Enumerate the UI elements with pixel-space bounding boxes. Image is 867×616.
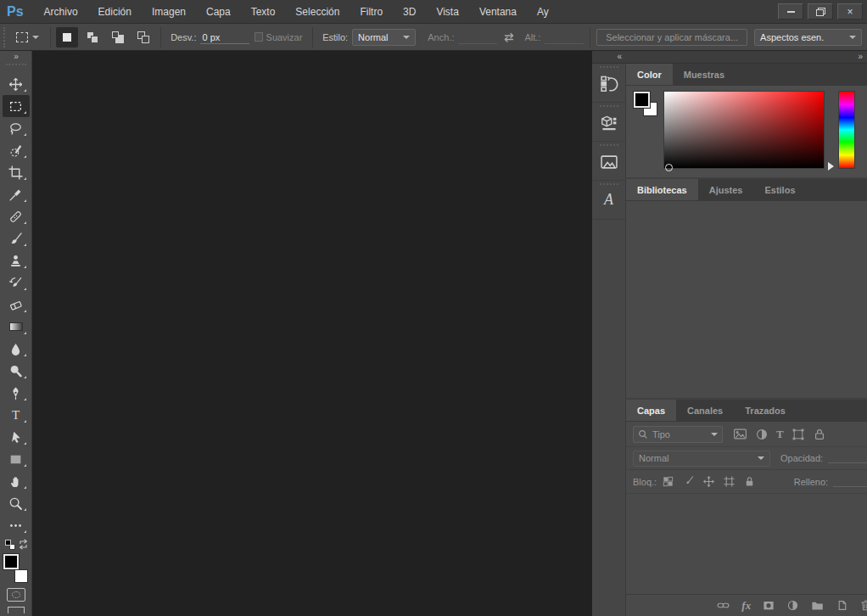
delete-layer-button[interactable] — [859, 599, 867, 612]
lock-artboard-icon[interactable] — [723, 475, 736, 488]
subtract-from-selection-button[interactable] — [107, 27, 129, 48]
eyedropper-tool[interactable] — [3, 183, 30, 205]
history-brush-tool[interactable] — [3, 272, 30, 294]
layer-filter-type-select[interactable]: Tipo — [633, 426, 723, 443]
tab-muestras[interactable]: Muestras — [673, 64, 736, 85]
history-panel-button[interactable] — [592, 64, 625, 103]
swap-width-height-icon[interactable] — [502, 31, 516, 43]
new-adjustment-layer-button[interactable] — [786, 599, 799, 612]
select-and-mask-button[interactable]: Seleccionar y aplicar máscara... — [596, 29, 747, 46]
tab-ajustes[interactable]: Ajustes — [698, 179, 754, 200]
gradient-tool[interactable] — [3, 316, 30, 338]
tools-grip[interactable] — [6, 64, 26, 65]
antialias-checkbox[interactable] — [255, 32, 262, 42]
menu-filtro[interactable]: Filtro — [350, 0, 393, 24]
background-color-swatch[interactable] — [14, 569, 28, 583]
rectangular-marquee-tool[interactable] — [3, 95, 30, 117]
layers-list[interactable] — [626, 494, 867, 594]
color-picker-cursor[interactable] — [665, 164, 673, 171]
workspace-select[interactable]: Aspectos esen. — [754, 29, 862, 46]
clone-stamp-tool[interactable] — [3, 249, 30, 272]
filter-shape-layers-icon[interactable] — [791, 428, 805, 441]
pen-tool[interactable] — [3, 382, 30, 404]
path-selection-tool[interactable] — [3, 426, 30, 448]
close-button[interactable]: × — [837, 3, 863, 20]
menu-imagen[interactable]: Imagen — [142, 0, 196, 24]
new-group-button[interactable] — [810, 599, 825, 612]
foreground-color-swatch[interactable] — [3, 554, 19, 569]
lock-all-icon[interactable] — [743, 475, 756, 488]
tool-preset-dropdown[interactable] — [11, 30, 44, 45]
menu-3d[interactable]: 3D — [393, 0, 426, 24]
quick-mask-icon — [12, 591, 20, 598]
feather-input[interactable] — [200, 31, 249, 44]
menu-ventana[interactable]: Ventana — [469, 0, 527, 24]
width-input[interactable] — [458, 31, 497, 44]
fill-dropdown[interactable] — [833, 477, 867, 487]
tab-canales[interactable]: Canales — [676, 400, 734, 421]
layer-style-button[interactable]: fx — [741, 600, 751, 611]
photos-panel-button[interactable] — [592, 142, 625, 181]
hand-tool[interactable] — [3, 470, 30, 492]
quick-mask-button[interactable] — [7, 588, 25, 602]
eraser-tool[interactable] — [3, 294, 30, 316]
tab-color[interactable]: Color — [626, 64, 673, 85]
tab-estilos[interactable]: Estilos — [753, 179, 806, 200]
style-select[interactable]: Normal — [352, 29, 416, 46]
brush-tool[interactable] — [3, 227, 30, 249]
menu-archivo[interactable]: Archivo — [34, 0, 88, 24]
collapse-icon-strip-button[interactable]: « — [592, 51, 626, 63]
menu-texto[interactable]: Texto — [241, 0, 286, 24]
rectangle-tool[interactable] — [3, 448, 30, 470]
lock-position-icon[interactable] — [702, 475, 715, 488]
lasso-tool[interactable] — [3, 117, 30, 139]
intersect-selection-button[interactable] — [132, 27, 154, 48]
3d-panel-button[interactable] — [592, 103, 625, 142]
hue-strip[interactable] — [838, 91, 855, 169]
menu-ayuda[interactable]: Ay — [527, 0, 551, 24]
zoom-tool[interactable] — [3, 492, 30, 514]
filter-pixel-layers-icon[interactable] — [733, 427, 747, 441]
menu-edicion[interactable]: Edición — [88, 0, 142, 24]
options-bar-grip[interactable] — [3, 27, 7, 48]
menu-vista[interactable]: Vista — [426, 0, 468, 24]
blur-tool[interactable] — [3, 338, 30, 360]
canvas-area[interactable] — [32, 51, 592, 616]
height-input[interactable] — [545, 31, 584, 44]
foreground-color-swatch[interactable] — [634, 92, 650, 108]
lock-transparent-pixels-icon[interactable] — [662, 475, 674, 488]
expand-tools-button[interactable]: » — [0, 51, 31, 62]
new-layer-button[interactable] — [836, 599, 848, 612]
swap-colors-icon[interactable] — [18, 539, 29, 550]
new-selection-button[interactable] — [56, 27, 78, 48]
add-to-selection-button[interactable] — [81, 27, 103, 48]
filter-smart-objects-icon[interactable] — [813, 428, 826, 441]
quick-selection-tool[interactable] — [3, 139, 30, 161]
screen-mode-button[interactable] — [8, 607, 25, 613]
default-colors-icon[interactable] — [5, 540, 15, 550]
add-layer-mask-button[interactable] — [762, 599, 775, 612]
crop-tool[interactable] — [3, 161, 30, 183]
menu-seleccion[interactable]: Selección — [285, 0, 350, 24]
tab-bibliotecas[interactable]: Bibliotecas — [626, 179, 698, 200]
spot-healing-brush-tool[interactable] — [3, 205, 30, 227]
minimize-button[interactable] — [778, 3, 803, 20]
tab-capas[interactable]: Capas — [626, 400, 676, 421]
opacity-dropdown[interactable] — [828, 453, 867, 463]
filter-type-layers-icon[interactable]: T — [776, 428, 784, 440]
blend-mode-select[interactable]: Normal — [633, 451, 770, 467]
filter-adjustment-layers-icon[interactable] — [755, 428, 769, 441]
hue-slider-pointer[interactable] — [828, 162, 834, 171]
restore-button[interactable] — [808, 3, 833, 20]
link-layers-button[interactable] — [716, 599, 730, 612]
type-tool[interactable]: T — [3, 404, 30, 426]
glyphs-panel-button[interactable]: A — [592, 181, 625, 220]
tab-trazados[interactable]: Trazados — [734, 400, 797, 421]
dodge-tool[interactable] — [3, 360, 30, 382]
menu-capa[interactable]: Capa — [196, 0, 241, 24]
collapse-panels-button[interactable]: » — [626, 51, 867, 63]
edit-toolbar-button[interactable] — [3, 514, 30, 536]
move-tool[interactable] — [3, 73, 30, 95]
lock-image-pixels-icon[interactable] — [682, 475, 695, 488]
saturation-brightness-picker[interactable] — [663, 91, 825, 169]
